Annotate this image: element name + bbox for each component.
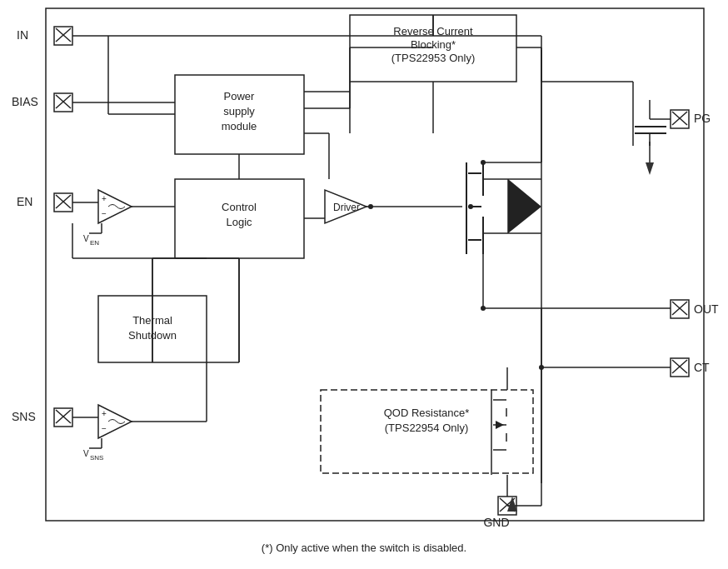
svg-marker-69 [496, 421, 504, 429]
gnd-label: GND [483, 516, 509, 529]
en-label: EN [17, 195, 32, 208]
svg-text:SNS: SNS [90, 454, 103, 462]
svg-text:(TPS22954 Only): (TPS22954 Only) [385, 422, 468, 434]
ct-label: CT [694, 361, 710, 374]
in-label: IN [17, 28, 28, 42]
svg-text:−: − [102, 424, 107, 433]
pg-label: PG [694, 112, 711, 125]
svg-marker-58 [508, 179, 541, 233]
svg-text:Blocking*: Blocking* [411, 38, 456, 51]
svg-text:Logic: Logic [226, 216, 252, 228]
svg-text:Control: Control [222, 201, 257, 213]
svg-text:V: V [83, 449, 89, 458]
svg-rect-0 [46, 8, 704, 521]
svg-marker-124 [646, 162, 654, 175]
svg-text:−: − [102, 209, 107, 218]
svg-text:Driver: Driver [333, 202, 360, 213]
svg-point-132 [368, 204, 373, 209]
svg-text:+: + [102, 194, 107, 203]
diagram-container: IN BIAS EN SNS OUT CT PG GND Reverse Cur… [0, 0, 728, 569]
svg-text:supply: supply [223, 105, 255, 117]
svg-point-108 [468, 204, 473, 209]
svg-text:(TPS22953 Only): (TPS22953 Only) [391, 52, 475, 64]
svg-text:V: V [83, 234, 89, 243]
svg-text:module: module [222, 120, 257, 132]
svg-text:+: + [102, 409, 107, 418]
svg-text:EN: EN [90, 239, 99, 247]
sns-label: SNS [12, 410, 36, 423]
svg-text:Power: Power [224, 90, 256, 102]
svg-point-114 [539, 365, 544, 370]
svg-text:QOD Resistance*: QOD Resistance* [384, 407, 470, 419]
bias-label: BIAS [12, 95, 38, 108]
footnote: (*) Only active when the switch is disab… [262, 542, 466, 554]
out-label: OUT [694, 302, 719, 316]
